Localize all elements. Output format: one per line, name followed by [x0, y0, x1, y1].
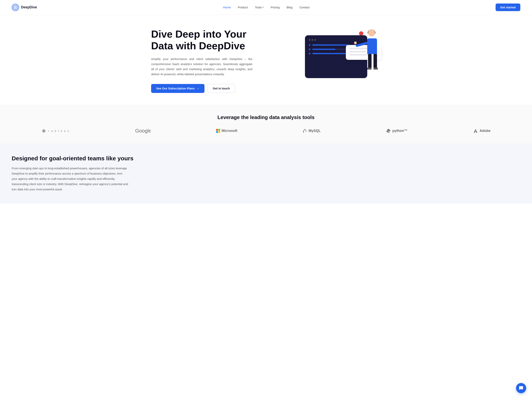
adobe-icon [473, 129, 478, 134]
bar-fill-1 [312, 45, 348, 45]
logo[interactable]: DeepDive [12, 4, 37, 11]
bar-indicator-2 [309, 49, 310, 50]
hero-illustration [299, 29, 381, 92]
logo-text: DeepDive [21, 5, 37, 9]
hero-title: Dive Deep into Your Data with DeepDive [151, 28, 252, 52]
nav-pricing[interactable]: Pricing [271, 6, 280, 9]
svg-point-11 [45, 130, 46, 131]
person-figure [360, 29, 381, 88]
bar-fill-2 [312, 49, 335, 50]
nav-links: Home Product Tools ▾ Pricing Blog Contac… [223, 6, 310, 9]
logo-icon [12, 4, 19, 11]
python-icon [386, 129, 391, 133]
person-shoe-right [374, 68, 378, 70]
svg-rect-16 [218, 131, 220, 133]
hero-section: Dive Deep into Your Data with DeepDive A… [139, 15, 393, 105]
get-started-button[interactable]: Get started [496, 4, 520, 11]
nav-product[interactable]: Product [238, 6, 248, 9]
svg-rect-14 [218, 129, 220, 131]
tableau-name: + a b l e a u [48, 129, 70, 133]
nav-contact[interactable]: Contact [299, 6, 310, 9]
hero-description: Amplify your performance and client sati… [151, 57, 252, 77]
google-icon: Google [135, 128, 151, 134]
tools-title: Leverage the leading data analysis tools [12, 114, 520, 120]
mysql-icon [303, 129, 307, 133]
svg-point-9 [44, 132, 44, 133]
nav-tools[interactable]: Tools ▾ [255, 6, 264, 9]
bar-indicator-1 [309, 44, 310, 46]
person-legs [368, 54, 377, 68]
svg-point-10 [42, 130, 43, 131]
microsoft-icon [216, 129, 220, 133]
svg-text:Google: Google [135, 128, 151, 134]
person-shoe-left [367, 68, 372, 70]
svg-point-1 [13, 5, 18, 10]
microsoft-name: Microsoft [222, 129, 237, 133]
nav-home[interactable]: Home [223, 6, 231, 9]
get-in-touch-button[interactable]: Get in touch [208, 84, 235, 93]
person-leg-left [368, 54, 372, 68]
microsoft-logo: Microsoft [216, 129, 237, 133]
tableau-icon [41, 129, 46, 133]
person-body [367, 38, 377, 54]
subscription-plans-button[interactable]: See Our Subscription Plans → [151, 84, 204, 93]
dot-2 [311, 39, 313, 41]
google-logo: Google [135, 128, 151, 134]
person-leg-right [374, 54, 377, 68]
person-shoes [367, 68, 378, 70]
svg-rect-13 [216, 129, 218, 131]
adobe-logo: Adobe [473, 129, 491, 134]
hero-content: Dive Deep into Your Data with DeepDive A… [151, 28, 252, 93]
designed-title: Designed for goal-oriented teams like yo… [12, 155, 520, 162]
tools-section: Leverage the leading data analysis tools… [0, 105, 532, 143]
hero-buttons: See Our Subscription Plans → Get in touc… [151, 84, 252, 93]
dot-3 [314, 39, 316, 41]
person-head [368, 29, 375, 36]
python-name: python™ [392, 129, 408, 133]
dot-1 [309, 39, 310, 41]
svg-point-8 [44, 129, 44, 129]
designed-description: From emerging start-ups to long-establis… [12, 166, 128, 192]
mysql-name: MySQL [309, 129, 321, 133]
nav-blog[interactable]: Blog [287, 6, 292, 9]
card-header-dots [309, 39, 363, 41]
navbar: DeepDive Home Product Tools ▾ Pricing Bl… [0, 0, 532, 15]
svg-point-2 [14, 6, 16, 8]
tableau-logo: + a b l e a u [41, 129, 70, 133]
chevron-down-icon: ▾ [262, 6, 264, 9]
mysql-logo: MySQL [303, 129, 321, 133]
arrow-right-icon: → [196, 87, 199, 90]
tools-logos: + a b l e a u Google Microsoft MySQL [12, 128, 520, 134]
adobe-name: Adobe [480, 129, 491, 133]
python-logo: python™ [386, 129, 408, 133]
bar-indicator-3 [309, 53, 310, 54]
designed-section: Designed for goal-oriented teams like yo… [0, 143, 532, 204]
svg-rect-15 [216, 131, 218, 133]
svg-point-7 [44, 130, 44, 131]
